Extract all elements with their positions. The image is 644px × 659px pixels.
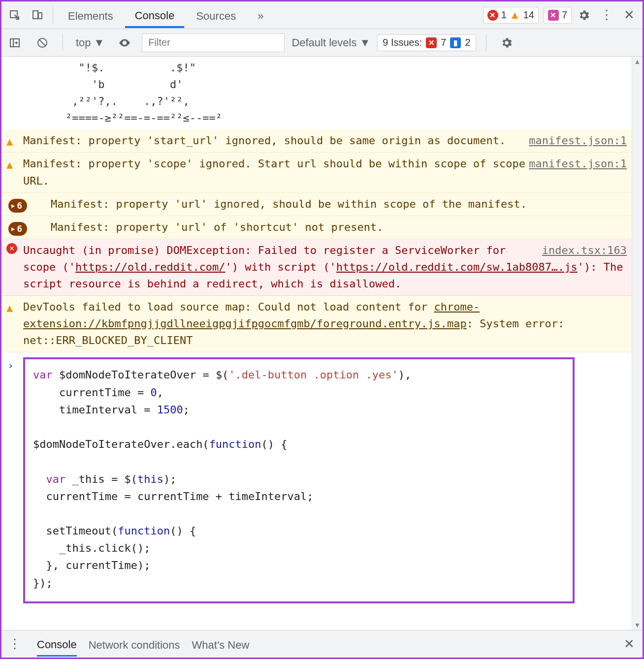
settings-gear-icon[interactable] (574, 5, 594, 26)
filter-input[interactable] (142, 33, 285, 52)
message-text: Uncaught (in promise) DOMException: Fail… (23, 244, 630, 290)
console-output[interactable]: "!$. .$!" 'b d' ,²²'?,. .,?'²², ²====-≥²… (1, 57, 632, 630)
log-levels-selector[interactable]: Default levels ▼ (291, 36, 370, 49)
drawer-more-icon[interactable]: ⋮ (4, 634, 25, 655)
live-expression-eye-icon[interactable] (114, 32, 135, 53)
warning-count: 14 (523, 9, 534, 21)
vertical-scrollbar[interactable]: ▲ ▼ (632, 57, 643, 630)
chevron-down-icon: ▼ (94, 36, 105, 49)
toggle-device-toolbar-icon[interactable] (27, 5, 48, 26)
more-menu-icon[interactable]: ⋮ (596, 5, 617, 26)
scroll-down-arrow-icon[interactable]: ▼ (634, 620, 641, 630)
clear-console-icon[interactable] (32, 32, 53, 53)
warning-icon: ▲ (510, 9, 520, 22)
extension-icon: ✕ (548, 10, 559, 21)
console-settings-gear-icon[interactable] (496, 32, 517, 53)
console-message-warn[interactable]: ▲ manifest.json:1 Manifest: property 'sc… (1, 153, 632, 192)
warning-icon: ▲ (6, 133, 13, 150)
close-drawer-icon[interactable]: ✕ (619, 634, 640, 655)
extension-count: 7 (562, 9, 567, 21)
svg-rect-1 (33, 11, 38, 19)
console-message-warn-grouped[interactable]: 6 Manifest: property 'url' ignored, shou… (1, 193, 632, 216)
message-text: Manifest: property 'url' ignored, should… (51, 198, 527, 210)
error-icon: ✕ (487, 10, 498, 21)
source-link[interactable]: manifest.json:1 (529, 156, 627, 172)
warning-icon: ▲ (6, 157, 13, 173)
repeat-count-badge[interactable]: 6 (8, 219, 27, 236)
drawer-tab-network-conditions[interactable]: Network conditions (89, 632, 180, 657)
console-message-error[interactable]: ✕ index.tsx:163 Uncaught (in promise) DO… (1, 239, 632, 296)
scroll-up-arrow-icon[interactable]: ▲ (634, 57, 641, 66)
source-link[interactable]: manifest.json:1 (529, 132, 627, 149)
tabs-overflow[interactable]: » (248, 3, 273, 28)
message-text: Manifest: property 'scope' ignored. Star… (23, 157, 532, 187)
prompt-caret-icon: › (7, 357, 14, 374)
console-message-warn-grouped[interactable]: 6 Manifest: property 'url' of 'shortcut'… (1, 216, 632, 239)
chevron-down-icon: ▼ (359, 36, 370, 49)
drawer-tab-console[interactable]: Console (37, 631, 77, 657)
message-text: Manifest: property 'start_url' ignored, … (23, 134, 506, 147)
errors-warnings-pill[interactable]: ✕ 1 ▲ 14 (483, 7, 539, 24)
message-text: DevTools failed to load source map: Coul… (23, 301, 571, 346)
inspect-element-icon[interactable] (4, 5, 25, 26)
issues-pill[interactable]: 9 Issues: ✕ 7 ▮ 2 (377, 34, 476, 51)
context-label: top (76, 36, 91, 49)
console-sidebar-toggle-icon[interactable] (4, 32, 25, 53)
error-icon: ✕ (6, 243, 17, 254)
issues-info-count: 2 (465, 37, 470, 48)
issues-error-count: 7 (441, 37, 446, 48)
drawer-tab-whats-new[interactable]: What's New (192, 632, 250, 657)
close-devtools-icon[interactable]: ✕ (619, 5, 640, 26)
console-input-row[interactable]: › var $domNodeToIterateOver = $('.del-bu… (1, 352, 632, 608)
devtools-top-bar: Elements Console Sources » ✕ 1 ▲ 14 ✕ 7 … (1, 1, 643, 29)
issues-error-icon: ✕ (426, 37, 437, 48)
repeat-count: 6 (17, 199, 22, 213)
svg-rect-2 (38, 13, 42, 19)
drawer-bar: ⋮ Console Network conditions What's New … (1, 630, 643, 658)
levels-label: Default levels (291, 36, 356, 49)
console-input-code[interactable]: var $domNodeToIterateOver = $('.del-butt… (23, 357, 575, 603)
message-text: Manifest: property 'url' of 'shortcut' n… (51, 221, 384, 233)
issues-info-icon: ▮ (450, 37, 461, 48)
console-toolbar: top ▼ Default levels ▼ 9 Issues: ✕ 7 ▮ 2 (1, 29, 643, 57)
warning-icon: ▲ (6, 300, 13, 316)
context-selector[interactable]: top ▼ (73, 36, 107, 49)
repeat-count: 6 (17, 222, 22, 236)
repeat-count-badge[interactable]: 6 (8, 196, 27, 213)
tab-console[interactable]: Console (125, 2, 185, 28)
source-link[interactable]: index.tsx:163 (542, 242, 627, 259)
extension-messages-pill[interactable]: ✕ 7 (544, 7, 572, 24)
error-count: 1 (501, 9, 507, 21)
issues-label: 9 Issues: (383, 37, 422, 48)
url-link[interactable]: https://old.reddit.com/ (75, 261, 225, 273)
tab-elements[interactable]: Elements (58, 3, 123, 28)
url-link[interactable]: https://old.reddit.com/sw.1ab8087….js (336, 261, 578, 273)
separator (486, 34, 486, 51)
separator (63, 34, 63, 51)
console-message-warn[interactable]: ▲ DevTools failed to load source map: Co… (1, 296, 632, 352)
console-message-warn[interactable]: ▲ manifest.json:1 Manifest: property 'st… (1, 129, 632, 153)
separator (53, 7, 53, 24)
ascii-art-output: "!$. .$!" 'b d' ,²²'?,. .,?'²², ²====-≥²… (1, 57, 632, 129)
tab-sources[interactable]: Sources (186, 3, 246, 28)
